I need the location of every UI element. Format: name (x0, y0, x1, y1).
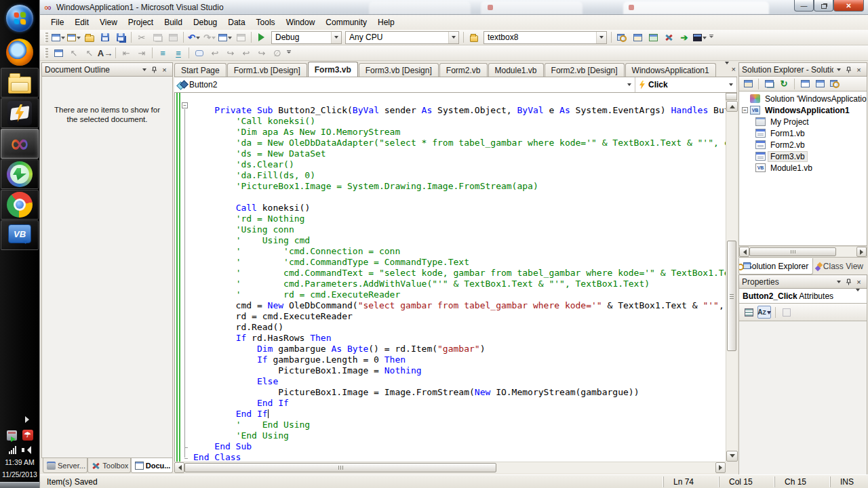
tree-item-form1-vb[interactable]: Form1.vb (739, 127, 867, 139)
quick-info-button[interactable]: ↖ (82, 46, 97, 60)
tool-window-tab-server[interactable]: Server... (43, 458, 87, 473)
code-line[interactable] (193, 192, 726, 203)
decrease-indent-button[interactable]: ⇤ (119, 46, 134, 60)
view-code-button[interactable] (798, 78, 812, 90)
close-panel-button[interactable]: × (854, 277, 864, 287)
window-position-button[interactable] (139, 65, 149, 75)
toolbar-grip[interactable] (45, 33, 48, 43)
code-line[interactable]: Private Sub Button2_Click(ByVal sender A… (193, 105, 726, 116)
document-tab-form2-vb-design[interactable]: Form2.vb [Design] (545, 63, 625, 77)
code-line[interactable]: PictureBox1.Image = Nothing (193, 365, 726, 376)
solution-platforms-combo[interactable]: Any CPU (345, 31, 459, 44)
menu-item-window[interactable]: Window (281, 16, 321, 29)
scroll-left-button[interactable] (739, 247, 749, 257)
taskbar-item-winamp[interactable] (1, 98, 39, 128)
editor-horizontal-scrollbar[interactable] (174, 462, 726, 473)
code-line[interactable]: End Sub (193, 441, 726, 452)
code-line[interactable]: ' cmd.Parameters.AddWithValue("'" & Text… (193, 279, 726, 289)
code-line[interactable]: ' 'cmd.CommandType = CommandType.Text (193, 257, 726, 268)
tree-item-solution-windowsapplication1[interactable]: Solution 'WindowsApplication1' (739, 93, 867, 104)
code-line[interactable]: Else (193, 376, 726, 387)
properties-button[interactable] (741, 78, 755, 90)
code-line[interactable]: ' End Using (193, 420, 726, 430)
code-line[interactable]: 'Using conn (193, 224, 726, 235)
menu-item-build[interactable]: Build (159, 16, 188, 29)
solution-configurations-combo[interactable]: Debug (271, 31, 342, 44)
show-all-files-button[interactable] (762, 78, 776, 90)
horizontal-scroll-thumb[interactable] (184, 463, 496, 472)
view-designer-button[interactable] (813, 78, 827, 90)
properties-window-button[interactable] (630, 30, 645, 44)
taskbar-item-idm[interactable] (1, 159, 39, 189)
taskbar-item-visual-basic[interactable]: VB (1, 220, 39, 250)
tool-window-tab-docu[interactable]: Docu... (131, 458, 173, 473)
code-line[interactable]: ' Using cmd (193, 235, 726, 246)
code-line[interactable]: End If (193, 409, 726, 420)
find-symbol-button[interactable] (467, 30, 481, 44)
close-document-button[interactable]: × (732, 65, 736, 73)
menu-item-tools[interactable]: Tools (251, 16, 281, 29)
code-line[interactable]: 'da.Fill(ds, 0) (193, 170, 726, 181)
close-button[interactable]: ✕ (833, 0, 864, 12)
document-tab-form1-vb-design[interactable]: Form1.vb [Design] (227, 63, 307, 77)
categorized-button[interactable] (742, 306, 755, 319)
toolbar-grip[interactable] (45, 48, 48, 58)
document-tab-form2-vb[interactable]: Form2.vb (439, 63, 488, 77)
event-name-combo[interactable]: Click (635, 77, 737, 92)
minimize-button[interactable]: — (794, 0, 814, 12)
code-text[interactable]: Private Sub Button2_Click(ByVal sender A… (193, 105, 726, 462)
code-line[interactable]: Call koneksi() (193, 203, 726, 214)
auto-hide-pin-button[interactable] (844, 277, 854, 287)
code-line[interactable]: PictureBox1.Image = Image.FromStream(New… (193, 387, 726, 398)
alphabetical-button[interactable]: AZ (757, 306, 771, 319)
paste-button[interactable] (165, 30, 180, 44)
next-bookmark-in-folder-button[interactable]: ↪ (254, 46, 269, 60)
code-line[interactable]: End If (193, 398, 726, 409)
code-line[interactable]: Dim gambargue As Byte() = rd.Item("gamba… (193, 344, 726, 354)
property-pages-button[interactable] (780, 306, 793, 319)
taskbar-item-explorer[interactable] (1, 68, 39, 98)
command-window-button[interactable] (692, 30, 707, 44)
tray-volume-icon[interactable] (22, 446, 31, 454)
code-line[interactable]: End Class (193, 452, 726, 462)
next-bookmark-button[interactable]: ↪ (223, 46, 238, 60)
restore-button[interactable] (814, 0, 833, 12)
horizontal-scroll-thumb[interactable] (749, 247, 836, 256)
code-line[interactable]: 'End Using (193, 430, 726, 441)
open-file-button[interactable] (82, 30, 97, 44)
start-button[interactable] (1, 3, 39, 33)
active-files-dropdown-button[interactable] (725, 64, 729, 74)
code-line[interactable]: 'ds = New DataSet (193, 148, 726, 159)
menu-item-help[interactable]: Help (372, 16, 400, 29)
toolbox-button[interactable] (661, 30, 676, 44)
scroll-left-button[interactable] (174, 462, 184, 473)
document-tab-start-page[interactable]: Start Page (174, 63, 226, 77)
code-line[interactable]: 'rd = Nothing (193, 214, 726, 224)
view-class-diagram-button[interactable] (828, 78, 842, 90)
comment-lines-button[interactable]: ≡ (155, 46, 170, 60)
scroll-up-button[interactable] (726, 101, 738, 112)
show-hidden-icons-button[interactable] (25, 416, 33, 423)
previous-bookmark-in-folder-button[interactable]: ↩ (239, 46, 254, 60)
solution-explorer-button[interactable] (614, 30, 629, 44)
save-all-button[interactable] (113, 30, 128, 44)
menu-item-data[interactable]: Data (222, 16, 250, 29)
menu-item-debug[interactable]: Debug (188, 16, 222, 29)
object-browser-button[interactable] (646, 30, 660, 44)
document-tab-form3-vb-design[interactable]: Form3.vb [Design] (359, 63, 439, 77)
tool-window-tab-toolbox[interactable]: Toolbox (87, 458, 130, 473)
splitter-handle[interactable] (726, 93, 737, 100)
redo-button[interactable]: ↷ (202, 30, 217, 44)
code-line[interactable]: ' cmd.CommandText = "select kode, gambar… (193, 268, 726, 279)
code-line[interactable]: rd.Read() (193, 322, 726, 333)
code-line[interactable]: If gambargue.Length = 0 Then (193, 354, 726, 365)
toolbar-overflow-button[interactable] (708, 31, 715, 43)
refresh-button[interactable]: ↻ (777, 78, 791, 90)
document-tab-windowsapplication1[interactable]: WindowsApplication1 (625, 63, 716, 77)
properties-object-combo[interactable]: Button2_Click Attributes (738, 289, 867, 304)
taskbar-clock-time[interactable]: 11:39 AM (0, 458, 39, 466)
editor-vertical-scrollbar[interactable] (726, 93, 737, 462)
tray-database-icon[interactable] (7, 430, 17, 441)
toggle-bookmark-button[interactable] (192, 46, 207, 60)
scroll-right-button[interactable] (715, 462, 726, 473)
